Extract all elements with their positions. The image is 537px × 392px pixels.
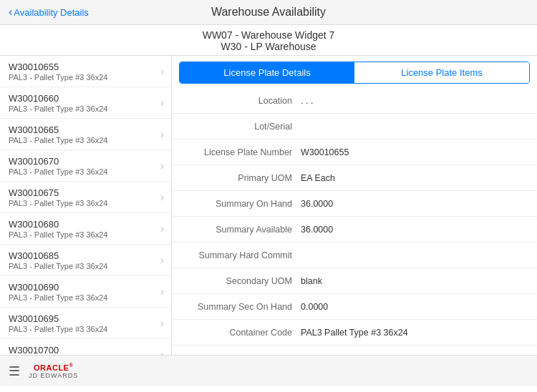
back-button[interactable]: ‹ Availability Details (9, 6, 89, 19)
detail-value: blank (301, 276, 322, 286)
detail-row: Lot/Serial (172, 114, 537, 139)
detail-label: Summary Available (172, 225, 301, 235)
list-item-sub: PAL3 - Pallet Type #3 36x24 (9, 199, 107, 207)
page-title: Warehouse Availability (211, 6, 326, 19)
list-item-sub: PAL3 - Pallet Type #3 36x24 (9, 262, 107, 270)
list-item-title: W30010675 (9, 187, 107, 198)
detail-label: Container UOM (172, 353, 301, 356)
list-item-text: W30010690 PAL3 - Pallet Type #3 36x24 (9, 282, 107, 302)
list-item-sub: PAL3 - Pallet Type #3 36x24 (9, 230, 107, 239)
footer: ☰ ORACLE® JD EDWARDS (0, 355, 537, 386)
list-item[interactable]: W30010680 PAL3 - Pallet Type #3 36x24 › (0, 213, 171, 245)
jde-name: JD EDWARDS (29, 372, 78, 379)
detail-value: PL Pallet (301, 353, 337, 356)
list-item-title: W30010690 (9, 282, 107, 293)
detail-row: Summary Hard Commit (172, 242, 537, 268)
main-content: W30010655 PAL3 - Pallet Type #3 36x24 › … (0, 56, 537, 355)
detail-value: 36.0000 (301, 225, 333, 235)
detail-value: 0.0000 (301, 302, 328, 312)
list-item[interactable]: W30010685 PAL3 - Pallet Type #3 36x24 › (0, 245, 171, 276)
list-item-text: W30010670 PAL3 - Pallet Type #3 36x24 (9, 156, 107, 176)
detail-table: Location . . . Lot/Serial License Plate … (172, 88, 537, 355)
list-item-title: W30010665 (9, 124, 107, 135)
tab-bar: License Plate Details License Plate Item… (179, 62, 530, 84)
chevron-right-icon: › (160, 348, 164, 356)
detail-row: Summary Available 36.0000 (172, 217, 537, 242)
chevron-right-icon: › (160, 191, 164, 204)
left-panel: W30010655 PAL3 - Pallet Type #3 36x24 › … (0, 56, 172, 355)
detail-label: Container Code (172, 328, 301, 338)
detail-row: Container Code PAL3 Pallet Type #3 36x24 (172, 320, 537, 346)
list-item-text: W30010665 PAL3 - Pallet Type #3 36x24 (9, 124, 107, 144)
list-item[interactable]: W30010670 PAL3 - Pallet Type #3 36x24 › (0, 150, 171, 182)
chevron-right-icon: › (160, 128, 164, 141)
sub-header: WW07 - Warehouse Widget 7 W30 - LP Wareh… (0, 25, 537, 56)
back-chevron-icon: ‹ (9, 6, 12, 19)
list-item-sub: PAL3 - Pallet Type #3 36x24 (9, 293, 107, 302)
list-item-text: W30010655 PAL3 - Pallet Type #3 36x24 (9, 62, 107, 82)
detail-label: Summary Hard Commit (172, 250, 301, 260)
list-item-title: W30010685 (9, 250, 107, 261)
list-item-text: W30010685 PAL3 - Pallet Type #3 36x24 (9, 250, 107, 270)
detail-row: Container UOM PL Pallet (172, 346, 537, 355)
chevron-right-icon: › (160, 160, 164, 172)
detail-row: Secondary UOM blank (172, 268, 537, 294)
sub-header-line2: W30 - LP Warehouse (0, 41, 537, 52)
header: ‹ Availability Details Warehouse Availab… (0, 0, 537, 25)
list-item[interactable]: W30010660 PAL3 - Pallet Type #3 36x24 › (0, 87, 171, 119)
list-item-sub: PAL3 - Pallet Type #3 36x24 (9, 104, 107, 113)
list-item-text: W30010700 PAL3 - Pallet Type #3 36x24 (9, 345, 107, 356)
list-item-title: W30010670 (9, 156, 107, 167)
chevron-right-icon: › (160, 65, 164, 78)
list-item-title: W30010695 (9, 313, 107, 324)
detail-label: Summary On Hand (172, 199, 301, 209)
chevron-right-icon: › (160, 254, 164, 267)
detail-row: License Plate Number W30010655 (172, 139, 537, 165)
list-item[interactable]: W30010690 PAL3 - Pallet Type #3 36x24 › (0, 276, 171, 308)
list-item-sub: PAL3 - Pallet Type #3 36x24 (9, 136, 107, 144)
hamburger-icon[interactable]: ☰ (9, 363, 20, 379)
detail-label: Summary Sec On Hand (172, 302, 301, 312)
back-label: Availability Details (14, 7, 89, 18)
detail-value: 36.0000 (301, 199, 333, 209)
list-item-text: W30010695 PAL3 - Pallet Type #3 36x24 (9, 313, 107, 333)
detail-row: Location . . . (172, 88, 537, 114)
chevron-right-icon: › (160, 317, 164, 330)
list-item[interactable]: W30010675 PAL3 - Pallet Type #3 36x24 › (0, 182, 171, 213)
detail-row: Summary On Hand 36.0000 (172, 191, 537, 217)
chevron-right-icon: › (160, 97, 164, 109)
list-item-text: W30010680 PAL3 - Pallet Type #3 36x24 (9, 219, 107, 239)
oracle-name: ORACLE® (34, 363, 73, 372)
list-item-title: W30010660 (9, 93, 107, 104)
list-item-text: W30010660 PAL3 - Pallet Type #3 36x24 (9, 93, 107, 113)
detail-label: Secondary UOM (172, 276, 301, 286)
list-item-sub: PAL3 - Pallet Type #3 36x24 (9, 325, 107, 333)
detail-value: W30010655 (301, 147, 349, 157)
detail-label: Primary UOM (172, 173, 301, 183)
list-item[interactable]: W30010695 PAL3 - Pallet Type #3 36x24 › (0, 308, 171, 339)
list-item[interactable]: W30010665 PAL3 - Pallet Type #3 36x24 › (0, 119, 171, 150)
tab-license-plate-details[interactable]: License Plate Details (180, 62, 354, 83)
list-item-sub: PAL3 - Pallet Type #3 36x24 (9, 73, 107, 82)
list-item-text: W30010675 PAL3 - Pallet Type #3 36x24 (9, 187, 107, 207)
list-item-sub: PAL3 - Pallet Type #3 36x24 (9, 167, 107, 176)
right-panel: License Plate Details License Plate Item… (172, 56, 537, 355)
chevron-right-icon: › (160, 285, 164, 298)
list-item-title: W30010655 (9, 62, 107, 72)
detail-value: PAL3 Pallet Type #3 36x24 (301, 328, 408, 338)
detail-value: EA Each (301, 173, 335, 183)
detail-label: Lot/Serial (172, 122, 301, 132)
sub-header-line1: WW07 - Warehouse Widget 7 (0, 29, 537, 41)
detail-label: Location (172, 96, 301, 106)
detail-row: Primary UOM EA Each (172, 165, 537, 191)
oracle-logo: ORACLE® JD EDWARDS (29, 363, 78, 380)
tab-license-plate-items[interactable]: License Plate Items (354, 62, 529, 83)
list-item-title: W30010680 (9, 219, 107, 230)
detail-label: License Plate Number (172, 147, 301, 157)
list-item[interactable]: W30010700 PAL3 - Pallet Type #3 36x24 › (0, 339, 171, 355)
detail-row: Summary Sec On Hand 0.0000 (172, 294, 537, 320)
list-item[interactable]: W30010655 PAL3 - Pallet Type #3 36x24 › (0, 56, 171, 87)
detail-value: . . . (301, 96, 313, 106)
chevron-right-icon: › (160, 222, 164, 235)
list-item-title: W30010700 (9, 345, 107, 356)
